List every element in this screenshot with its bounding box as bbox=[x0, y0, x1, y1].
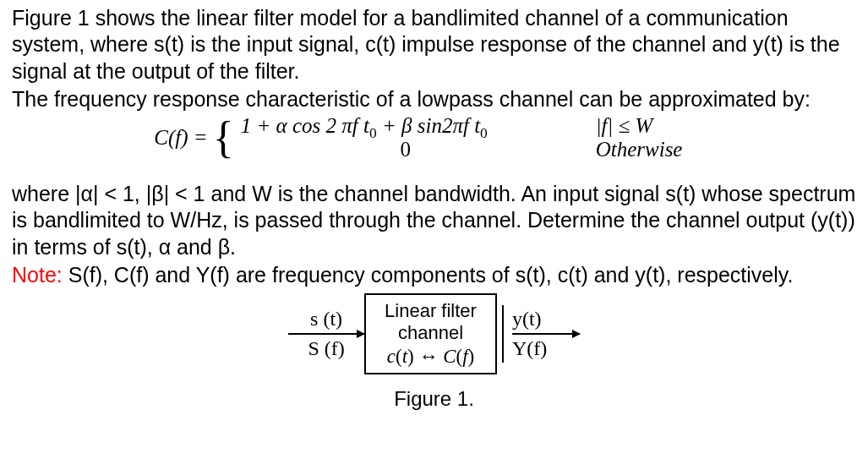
note-label: Note: bbox=[12, 263, 63, 287]
frequency-response-equation: C(f) = { 1 + α cos 2 πf t0 + β sin2πf t0… bbox=[12, 114, 856, 161]
eq-case2-condition: Otherwise bbox=[596, 138, 714, 161]
problem-page: Figure 1 shows the linear filter model f… bbox=[0, 0, 868, 420]
eq-case1-part1: 1 + α cos 2 πf t bbox=[241, 114, 369, 137]
paragraph-1: Figure 1 shows the linear filter model f… bbox=[12, 5, 856, 85]
figure-caption: Figure 1. bbox=[394, 386, 474, 412]
eq-case1-sub2: 0 bbox=[480, 124, 488, 141]
channel-title-1: Linear filter bbox=[385, 300, 477, 322]
eq-case1-condition: |f| ≤ W bbox=[596, 114, 714, 138]
input-freq-label: S (f) bbox=[308, 336, 344, 361]
input-time-label: s (t) bbox=[310, 307, 342, 331]
paragraph-3: where |α| < 1, |β| < 1 and W is the chan… bbox=[12, 181, 856, 260]
channel-box: Linear filter channel c(t) ↔ C(f) bbox=[364, 293, 497, 374]
note-text: S(f), C(f) and Y(f) are frequency compon… bbox=[63, 263, 794, 287]
output-divider-icon bbox=[502, 305, 504, 363]
input-signal-block: s (t) S (f) bbox=[288, 307, 364, 361]
output-freq-label: Y(f) bbox=[512, 336, 547, 361]
input-arrow-icon bbox=[288, 333, 364, 335]
channel-title-2: channel bbox=[385, 322, 477, 344]
left-brace-icon: { bbox=[213, 116, 234, 160]
output-time-label: y(t) bbox=[512, 307, 542, 331]
output-arrow-icon bbox=[512, 333, 580, 335]
output-signal-block: y(t) Y(f) bbox=[512, 307, 580, 361]
eq-case2-body: 0 bbox=[241, 138, 570, 161]
eq-lhs: C(f) = bbox=[154, 124, 207, 150]
note-line: Note: S(f), C(f) and Y(f) are frequency … bbox=[12, 262, 856, 288]
eq-case1-part2: + β sin2πf t bbox=[377, 114, 480, 137]
eq-case1-sub1: 0 bbox=[369, 124, 377, 141]
figure-1-diagram: s (t) S (f) Linear filter channel c(t) ↔… bbox=[12, 293, 856, 412]
channel-transform: c(t) ↔ C(f) bbox=[385, 345, 477, 369]
paragraph-2: The frequency response characteristic of… bbox=[12, 86, 856, 112]
